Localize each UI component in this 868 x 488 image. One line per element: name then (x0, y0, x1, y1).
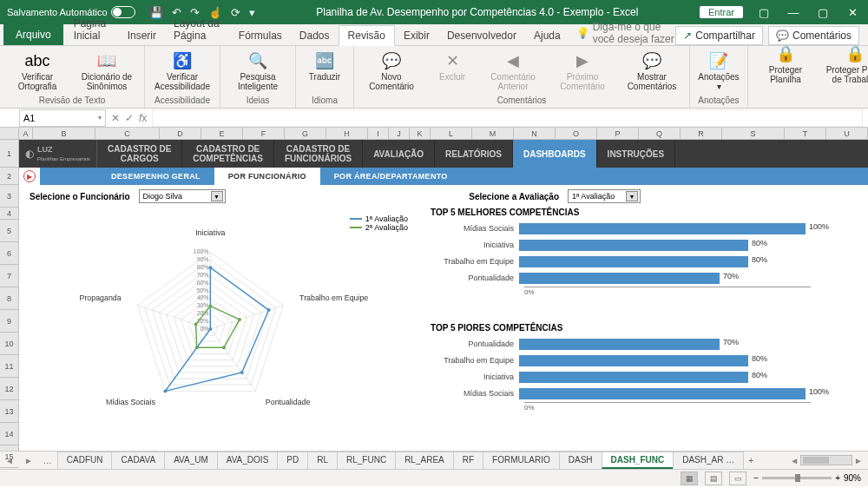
sheet-nav-next[interactable]: ► (19, 456, 38, 465)
col-header[interactable]: A (19, 128, 33, 139)
nav-item[interactable]: DASHBOARDS (513, 140, 597, 168)
row-header[interactable]: 14 (0, 423, 18, 445)
hscroll-left[interactable]: ◄ (790, 456, 799, 465)
page-layout-view-button[interactable]: ▤ (705, 472, 722, 485)
col-header[interactable]: L (431, 128, 472, 139)
cmd-proteger-planilha[interactable]: 🔒Proteger Planilha (752, 43, 819, 84)
subnav-item[interactable]: POR FUNCIONÁRIO (214, 168, 320, 185)
cancel-formula-icon[interactable]: ✕ (111, 112, 120, 124)
row-header[interactable]: 5 (0, 220, 18, 242)
sheet-tab[interactable]: CADFUN (57, 452, 113, 469)
cmd-dicion-rio-de-sin-nimos[interactable]: 📖Dicionário de Sinônimos (73, 49, 141, 91)
col-header[interactable]: U (826, 128, 868, 139)
cmd-verificar-acessibilidade[interactable]: ♿Verificar Acessibilidade (148, 49, 216, 91)
cmd-novo-coment-rio[interactable]: 💬Novo Comentário (358, 49, 425, 91)
col-header[interactable]: K (410, 128, 431, 139)
row-header[interactable]: 7 (0, 265, 18, 287)
row-header[interactable]: 8 (0, 287, 18, 310)
close-icon[interactable]: ✕ (844, 6, 861, 19)
employee-dropdown[interactable]: Diogo Silva▼ (139, 189, 226, 203)
col-header[interactable]: N (514, 128, 556, 139)
col-header[interactable]: O (556, 128, 597, 139)
col-header[interactable]: Q (639, 128, 681, 139)
nav-item[interactable]: AVALIAÇÃO (363, 140, 435, 168)
sheet-tab[interactable]: RF (453, 452, 483, 469)
sheet-tab[interactable]: CADAVA (111, 452, 165, 469)
cmd-pesquisa-inteligente[interactable]: 🔍Pesquisa Inteligente (224, 49, 292, 91)
tell-me-search[interactable]: 💡Diga-me o que você deseja fazer (576, 21, 676, 45)
col-header[interactable]: D (160, 128, 201, 139)
sheet-tab[interactable]: DASH_FUNC (602, 452, 674, 469)
row-header[interactable]: 10 (0, 333, 18, 355)
zoom-in-icon[interactable]: + (835, 473, 840, 483)
subnav-item[interactable]: DESEMPENHO GERAL (97, 168, 214, 185)
ribbon-tab-exibir[interactable]: Exibir (395, 26, 438, 45)
row-header[interactable]: 11 (0, 355, 18, 378)
ribbon-tab-dados[interactable]: Dados (291, 26, 339, 45)
col-header[interactable]: R (681, 128, 722, 139)
ribbon-tab-arquivo[interactable]: Arquivo (3, 24, 63, 45)
row-header[interactable]: 2 (0, 168, 18, 185)
col-header[interactable]: I (368, 128, 389, 139)
col-header[interactable]: T (785, 128, 826, 139)
sheet-tab[interactable]: RL (307, 452, 338, 469)
col-header[interactable]: J (389, 128, 410, 139)
share-button[interactable]: ↗Compartilhar (675, 26, 763, 45)
zoom-value[interactable]: 90% (844, 473, 861, 483)
nav-item[interactable]: CADASTRO DECARGOS (97, 140, 182, 168)
undo-icon[interactable]: ↶ (172, 6, 181, 19)
nav-item[interactable]: CADASTRO DEFUNCIONÁRIOS (274, 140, 363, 168)
maximize-icon[interactable]: ▢ (814, 6, 832, 19)
qat-more-icon[interactable]: ▾ (249, 6, 255, 19)
hscroll-right[interactable]: ► (854, 456, 863, 465)
nav-item[interactable]: RELATÓRIOS (435, 140, 513, 168)
formula-input[interactable] (152, 109, 863, 127)
zoom-control[interactable]: − + 90% (753, 473, 861, 483)
col-header[interactable]: F (243, 128, 285, 139)
eval-dropdown[interactable]: 1ª Avaliação▼ (568, 189, 641, 203)
sheet-tab[interactable]: FORMULARIO (483, 452, 560, 469)
col-header[interactable]: S (722, 128, 785, 139)
col-header[interactable]: H (326, 128, 368, 139)
nav-item[interactable]: CADASTRO DECOMPETÊNCIAS (182, 140, 274, 168)
sheet-tab[interactable]: DASH_AR … (673, 452, 744, 469)
cmd-anota-es-[interactable]: 📝Anotações ▾ (694, 49, 744, 91)
sheet-tab[interactable]: RL_FUNC (337, 452, 396, 469)
minimize-icon[interactable]: — (785, 6, 802, 19)
sheet-tab[interactable]: AVA_DOIS (217, 452, 279, 469)
save-icon[interactable]: 💾 (149, 6, 163, 19)
col-header[interactable]: C (95, 128, 160, 139)
subnav-item[interactable]: POR ÁREA/DEPARTAMENTO (320, 168, 462, 185)
row-header[interactable]: 3 (0, 185, 18, 208)
normal-view-button[interactable]: ▦ (681, 472, 698, 485)
col-header[interactable]: G (285, 128, 326, 139)
row-header[interactable]: 1 (0, 140, 18, 168)
row-header[interactable]: 13 (0, 400, 18, 423)
name-box[interactable]: A1▾ (19, 109, 106, 127)
row-header[interactable]: 4 (0, 208, 18, 220)
row-header[interactable]: 6 (0, 242, 18, 265)
cmd-verificar-ortografia[interactable]: abcVerificar Ortografia (3, 49, 71, 91)
sheet-content[interactable]: ◐ LUZPlanilhas Empresariais CADASTRO DEC… (19, 140, 868, 451)
hscroll-bar[interactable] (800, 455, 852, 465)
add-sheet-button[interactable]: + (743, 456, 759, 465)
ribbon-tab-página-inicial[interactable]: Página Inicial (65, 14, 119, 45)
cmd-traduzir[interactable]: 🔤Traduzir (299, 49, 350, 82)
col-header[interactable]: E (201, 128, 243, 139)
select-all-corner[interactable] (0, 128, 18, 140)
play-button[interactable]: ▶ (19, 168, 40, 185)
ribbon-tab-ajuda[interactable]: Ajuda (525, 26, 569, 45)
zoom-slider[interactable] (762, 477, 832, 479)
col-header[interactable]: P (597, 128, 639, 139)
ribbon-tab-inserir[interactable]: Inserir (119, 26, 165, 45)
ribbon-tab-fórmulas[interactable]: Fórmulas (230, 26, 291, 45)
row-header[interactable]: 15 (0, 445, 18, 468)
fx-icon[interactable]: fx (139, 112, 147, 124)
row-header[interactable]: 12 (0, 378, 18, 400)
page-break-view-button[interactable]: ▭ (729, 472, 746, 485)
nav-item[interactable]: INSTRUÇÕES (597, 140, 676, 168)
sheet-more[interactable]: … (38, 456, 57, 465)
sheet-tab[interactable]: AVA_UM (164, 452, 218, 469)
accept-formula-icon[interactable]: ✓ (125, 112, 134, 124)
redo-icon[interactable]: ↷ (190, 6, 200, 19)
